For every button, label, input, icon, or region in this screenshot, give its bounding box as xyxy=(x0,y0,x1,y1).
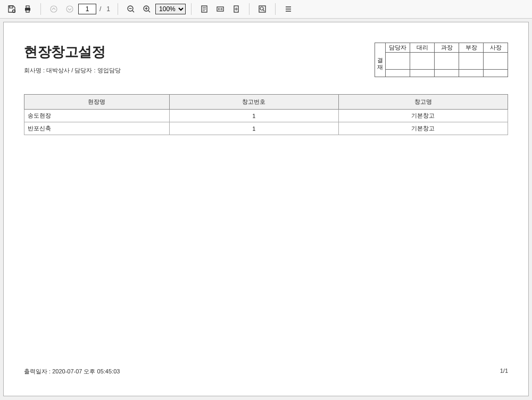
fit-page-icon[interactable] xyxy=(229,2,244,16)
approval-cell xyxy=(410,53,435,70)
approval-cell xyxy=(459,70,484,77)
separator xyxy=(249,3,250,15)
page-number-input[interactable] xyxy=(78,4,96,14)
document-page: 현장창고설정 회사명 : 대박상사 / 담당자 : 영업담당 결재 담당자 대리… xyxy=(3,22,529,396)
cell-name: 기본창고 xyxy=(338,122,508,135)
approval-box: 결재 담당자 대리 과장 부장 사장 xyxy=(375,43,508,77)
prev-page-icon[interactable] xyxy=(46,2,61,16)
separator xyxy=(118,3,118,15)
data-table: 현장명 창고번호 창고명 송도현장 1 기본창고 반포신축 1 기본창고 xyxy=(24,94,508,135)
approval-cell xyxy=(435,53,459,70)
zoom-select[interactable]: 50%75%100%125%150%200% xyxy=(155,4,186,14)
approval-header: 담당자 xyxy=(386,43,410,53)
approval-cell xyxy=(410,70,435,77)
svg-point-23 xyxy=(260,7,263,10)
zoom-out-icon[interactable] xyxy=(123,2,138,16)
toolbar: / 1 50%75%100%125%150%200% xyxy=(0,0,532,19)
page-view-icon[interactable] xyxy=(197,2,212,16)
approval-header: 부장 xyxy=(459,43,484,53)
svg-rect-4 xyxy=(26,10,29,12)
page-title: 현장창고설정 xyxy=(24,43,121,61)
col-header: 현장명 xyxy=(24,95,170,110)
approval-cell xyxy=(386,53,410,70)
footer-timestamp: 출력일자 : 2020-07-07 오후 05:45:03 xyxy=(24,368,120,376)
col-header: 창고명 xyxy=(338,95,508,110)
cell-name: 기본창고 xyxy=(338,110,508,122)
next-page-icon[interactable] xyxy=(62,2,77,16)
separator xyxy=(275,3,276,15)
approval-header: 과장 xyxy=(435,43,459,53)
approval-cell xyxy=(484,53,508,70)
col-header: 창고번호 xyxy=(169,95,338,110)
search-icon[interactable] xyxy=(255,2,270,16)
svg-line-8 xyxy=(132,11,134,12)
page-footer: 출력일자 : 2020-07-07 오후 05:45:03 1/1 xyxy=(24,368,508,376)
approval-header: 대리 xyxy=(410,43,435,53)
approval-header: 사장 xyxy=(484,43,508,53)
approval-cell xyxy=(386,70,410,77)
svg-point-6 xyxy=(66,6,73,12)
footer-page-number: 1/1 xyxy=(500,368,508,376)
svg-point-5 xyxy=(51,6,57,12)
approval-cell xyxy=(484,70,508,77)
svg-rect-3 xyxy=(26,6,29,8)
cell-num: 1 xyxy=(169,110,338,122)
page-subtitle: 회사명 : 대박상사 / 담당자 : 영업담당 xyxy=(24,66,121,74)
svg-line-24 xyxy=(263,10,265,12)
approval-date-row xyxy=(386,70,508,77)
page-area: 현장창고설정 회사명 : 대박상사 / 담당자 : 영업담당 결재 담당자 대리… xyxy=(0,19,532,400)
svg-line-11 xyxy=(148,11,150,12)
cell-num: 1 xyxy=(169,122,338,135)
approval-cell xyxy=(459,53,484,70)
print-icon[interactable] xyxy=(20,2,35,16)
svg-rect-0 xyxy=(10,6,13,8)
approval-label: 결재 xyxy=(375,43,385,77)
page-sep-label: / xyxy=(99,5,101,13)
approval-cell xyxy=(435,70,459,77)
save-icon[interactable] xyxy=(4,2,19,16)
cell-site: 송도현장 xyxy=(24,110,170,122)
separator xyxy=(40,3,41,15)
approval-header-row: 담당자 대리 과장 부장 사장 xyxy=(386,43,508,53)
page-total-label: 1 xyxy=(106,5,110,13)
approval-sign-row xyxy=(386,53,508,70)
cell-site: 반포신축 xyxy=(24,122,170,135)
zoom-in-icon[interactable] xyxy=(139,2,154,16)
menu-icon[interactable] xyxy=(281,2,296,16)
table-row: 반포신축 1 기본창고 xyxy=(24,122,508,135)
table-row: 송도현장 1 기본창고 xyxy=(24,110,508,122)
fit-width-icon[interactable] xyxy=(213,2,228,16)
separator xyxy=(191,3,192,15)
